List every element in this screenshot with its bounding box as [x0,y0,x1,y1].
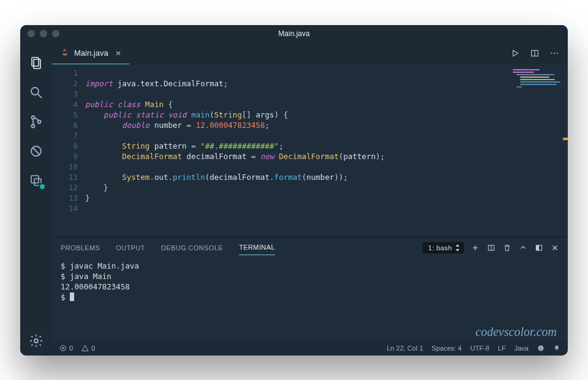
svg-point-6 [38,120,41,123]
svg-line-3 [38,94,42,98]
tab-problems[interactable]: PROBLEMS [61,240,100,255]
status-language[interactable]: Java [514,345,529,352]
code-editor[interactable]: 1234567891011121314 import java.text.Dec… [52,64,568,237]
svg-point-2 [31,88,39,95]
close-panel-icon[interactable] [551,244,559,252]
svg-rect-9 [31,176,39,183]
status-bell-icon[interactable] [553,345,560,352]
terminal-select[interactable]: 1: bash [423,242,464,253]
close-tab-icon[interactable]: × [116,48,121,58]
status-encoding[interactable]: UTF-8 [470,345,489,352]
line-number-gutter: 1234567891011121314 [52,64,85,237]
svg-rect-1 [34,59,40,69]
status-bar: 0 0 Ln 22, Col 1 Spaces: 4 UTF-8 LF Java [52,341,568,356]
explorer-icon[interactable] [28,54,45,72]
svg-rect-0 [32,58,39,66]
svg-point-11 [34,339,38,343]
editor-actions [510,42,568,64]
activity-bar [20,42,52,356]
terminal-line: 12.000047823458 [61,281,559,292]
bottom-panel: PROBLEMS OUTPUT DEBUG CONSOLE TERMINAL 1… [52,237,568,341]
terminal-output[interactable]: $ javac Main.java$ java Main12.000047823… [52,258,568,341]
search-icon[interactable] [28,84,45,101]
terminal-select-label: 1: bash [428,244,452,251]
status-cursor-position[interactable]: Ln 22, Col 1 [386,345,423,352]
panel-tabs: PROBLEMS OUTPUT DEBUG CONSOLE TERMINAL 1… [52,237,568,258]
status-warnings[interactable]: 0 [81,345,95,352]
more-actions-icon[interactable] [549,48,559,58]
terminal-cursor [70,292,74,301]
split-terminal-icon[interactable] [487,244,496,252]
run-icon[interactable] [510,48,520,58]
svg-line-8 [32,147,40,155]
scrollbar-marker [563,138,568,140]
debug-icon[interactable] [28,143,45,160]
toggle-panel-icon[interactable] [535,244,543,252]
settings-gear-icon[interactable] [28,332,45,349]
tab-debug-console[interactable]: DEBUG CONSOLE [161,240,223,255]
terminal-line: $ java Main [61,271,559,281]
maximize-panel-icon[interactable] [519,244,527,252]
titlebar: Main.java [20,25,568,42]
editor-window: Main.java [20,25,568,356]
editor-tabs: Main.java × [52,42,568,64]
sync-badge-icon [39,183,46,190]
watermark-text: codevscolor.com [475,327,557,337]
code-content: import java.text.DecimalFormat; public c… [85,64,568,237]
terminal-line: $ javac Main.java [61,261,559,271]
java-file-icon [61,48,69,58]
tab-main-java[interactable]: Main.java × [52,42,129,64]
remote-icon[interactable] [28,172,45,189]
svg-point-16 [554,52,555,53]
svg-point-31 [541,347,542,348]
source-control-icon[interactable] [28,113,45,130]
status-errors[interactable]: 0 [59,345,73,352]
tab-terminal[interactable]: TERMINAL [239,240,275,255]
svg-point-5 [32,124,35,127]
svg-point-15 [551,52,552,53]
tab-filename: Main.java [74,48,108,58]
split-editor-icon[interactable] [530,48,540,58]
status-indentation[interactable]: Spaces: 4 [432,345,462,352]
svg-marker-12 [513,50,518,56]
svg-point-4 [32,116,35,119]
svg-point-29 [538,345,544,351]
status-feedback-icon[interactable] [537,345,545,352]
tab-output[interactable]: OUTPUT [116,240,145,255]
svg-point-17 [557,52,558,53]
status-eol[interactable]: LF [498,345,506,352]
new-terminal-icon[interactable] [471,244,480,252]
svg-point-30 [540,347,540,348]
terminal-line: $ [61,292,559,302]
svg-rect-23 [536,245,539,250]
window-title: Main.java [20,29,568,38]
kill-terminal-icon[interactable] [503,244,511,252]
